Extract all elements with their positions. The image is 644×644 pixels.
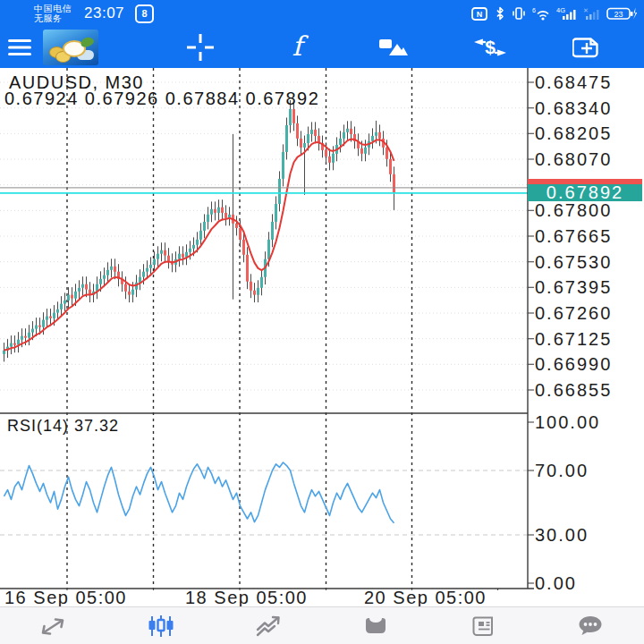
price-axis-label: 0.68205	[535, 123, 612, 143]
price-axis-label: 0.67395	[535, 277, 612, 297]
price-axis-label: 0.68475	[535, 72, 612, 92]
price-axis-label: 0.68340	[535, 98, 612, 118]
price-axis-label: 0.67800	[535, 200, 612, 220]
signal-4g-icon: 4G	[556, 6, 576, 21]
price-axis-label: 0.67530	[535, 252, 612, 272]
rsi-axis-label: 70.00	[535, 461, 589, 480]
nav-history[interactable]	[322, 607, 429, 644]
date-axis-label: 18 Sep 05:00	[185, 589, 308, 606]
rsi-axis-label: 100.00	[535, 412, 600, 432]
nav-messages[interactable]	[537, 607, 644, 644]
crosshair-icon	[187, 34, 214, 61]
nav-trade[interactable]	[215, 607, 322, 644]
rsi-axis-label: 30.00	[535, 525, 589, 545]
bluetooth-icon	[495, 6, 505, 21]
messages-icon	[577, 614, 604, 638]
svg-text:6: 6	[532, 7, 536, 13]
history-icon	[362, 615, 389, 637]
battery-charging-icon: 23	[606, 6, 637, 21]
date-axis-label: 20 Sep 05:00	[364, 589, 487, 606]
price-axis-label: 0.67260	[535, 303, 612, 323]
notification-badge: 8	[135, 4, 154, 23]
svg-text:N: N	[477, 10, 483, 19]
logo-leaf	[80, 36, 96, 49]
toolbar: f $	[0, 27, 644, 68]
price-axis-label: 0.66990	[535, 354, 612, 374]
indicators-button[interactable]: f	[278, 29, 316, 66]
nav-quotes[interactable]	[0, 607, 107, 644]
bottom-nav	[0, 606, 644, 644]
carrier-name: 中国电信	[34, 4, 72, 13]
price-axis-label: 0.68070	[535, 149, 612, 169]
objects-icon	[378, 36, 409, 59]
price-axis-label: 0.67125	[535, 329, 612, 349]
nav-news[interactable]	[429, 607, 537, 644]
add-chart-icon	[572, 36, 601, 60]
nav-charts[interactable]	[107, 607, 215, 644]
objects-button[interactable]	[375, 29, 412, 66]
svg-text:$: $	[485, 37, 496, 57]
toolbar-actions: f $	[152, 29, 635, 66]
ohlc-values: 0.67924 0.67926 0.67884 0.67892	[4, 89, 319, 109]
screen: 中国电信 无服务 23:07 8 N 6 4G	[0, 0, 644, 644]
rsi-indicator-label: RSI(14) 37.32	[7, 417, 119, 436]
nfc-icon: N	[471, 7, 488, 21]
trade-icon	[255, 614, 282, 638]
menu-icon	[8, 38, 31, 56]
app-logo[interactable]	[43, 30, 98, 65]
date-axis-label: 16 Sep 05:00	[4, 589, 127, 606]
charts-icon	[148, 614, 174, 638]
service-status: 无服务	[34, 13, 72, 23]
vibrate-icon	[512, 6, 526, 21]
trade-instruments-button[interactable]: $	[471, 29, 509, 66]
svg-text:4G: 4G	[556, 6, 565, 14]
wifi6-icon: 6	[532, 7, 550, 21]
bid-price-tag: 0.67892	[528, 184, 642, 201]
rsi-axis-label: 0.00	[535, 573, 577, 593]
status-bar: 中国电信 无服务 23:07 8 N 6 4G	[0, 0, 644, 27]
crosshair-button[interactable]	[182, 29, 219, 66]
status-time: 23:07	[84, 4, 124, 22]
add-chart-button[interactable]	[568, 29, 606, 66]
price-axis-label: 0.66855	[535, 380, 612, 400]
news-icon	[470, 614, 496, 638]
currency-exchange-icon: $	[474, 35, 506, 60]
chart-area[interactable]: AUDUSD, M30 0.67924 0.67926 0.67884 0.67…	[0, 68, 644, 606]
carrier-block: 中国电信 无服务	[34, 4, 72, 23]
svg-text:23: 23	[614, 10, 623, 19]
signal-none-icon: ✕	[582, 6, 600, 21]
menu-button[interactable]	[2, 30, 38, 65]
quotes-icon	[40, 614, 67, 638]
price-axis-label: 0.67665	[535, 226, 612, 246]
svg-text:✕: ✕	[583, 7, 589, 13]
function-icon: f	[292, 30, 301, 65]
status-icons: N 6 4G ✕	[471, 6, 637, 21]
